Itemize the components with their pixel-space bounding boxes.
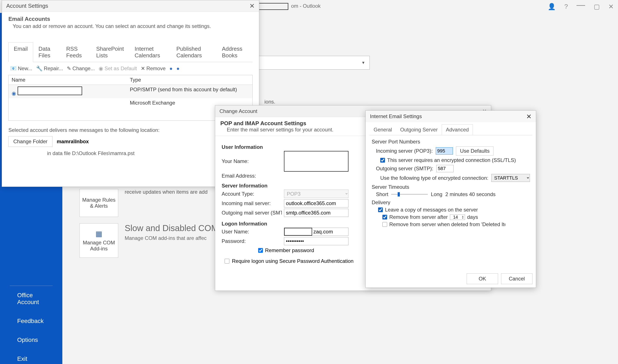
move-down-button[interactable]: ● (177, 65, 180, 72)
days-label: days (467, 214, 478, 220)
dialog-title: Account Settings (6, 3, 48, 9)
remember-password-label: Remember password (265, 247, 314, 253)
server-ports-label: Server Port Numbers (372, 139, 530, 145)
move-up-button[interactable]: ● (169, 65, 173, 72)
account-name-redacted (18, 87, 82, 95)
password-label: Password: (222, 238, 282, 244)
table-row[interactable]: ◉ POP/SMTP (send from this account by de… (9, 85, 252, 98)
tab-sharepoint[interactable]: SharePoint Lists (91, 42, 129, 62)
col-header-name: Name (9, 75, 127, 85)
remove-deleted-checkbox[interactable] (382, 222, 387, 227)
incoming-server-label: Incoming mail server: (222, 200, 282, 206)
slider-thumb[interactable] (398, 192, 400, 196)
remember-password-checkbox[interactable] (258, 248, 263, 253)
sidebar-options[interactable]: Options (0, 330, 62, 349)
incoming-port-input[interactable] (436, 147, 453, 155)
remove-days-input[interactable] (450, 215, 461, 220)
maximize-icon[interactable]: ▢ (594, 3, 600, 10)
email-accounts-heading: Email Accounts (8, 16, 253, 22)
outgoing-server-label: Outgoing mail server (SMTP): (222, 210, 282, 216)
user-name-redacted (284, 228, 312, 235)
enc-type-label: Use the following type of encrypted conn… (380, 175, 488, 181)
tab-outgoing-server[interactable]: Outgoing Server (396, 124, 442, 135)
sidebar-feedback[interactable]: Feedback (0, 312, 62, 330)
coming-soon-icon[interactable]: 👤 (548, 3, 556, 10)
spa-label: Require logon using Secure Password Auth… (232, 258, 354, 264)
email-label: Email Address: (222, 173, 282, 179)
timeout-value: 2 minutes 40 seconds (445, 191, 495, 197)
close-icon[interactable]: ✕ (526, 113, 532, 120)
tab-advanced[interactable]: Advanced (442, 124, 473, 135)
truncated-text: ions. (264, 99, 275, 105)
change-folder-button[interactable]: Change Folder (8, 136, 53, 147)
tab-published-cal[interactable]: Published Calendars (171, 42, 217, 62)
dialog-title: Change Account (220, 108, 257, 114)
close-window-icon[interactable]: ✕ (608, 3, 614, 10)
close-icon[interactable]: ✕ (249, 2, 255, 10)
user-name-label: User Name: (222, 229, 282, 235)
remove-after-checkbox[interactable] (382, 215, 387, 220)
ssl-label: This server requires an encrypted connec… (387, 157, 516, 163)
spa-checkbox[interactable] (225, 259, 229, 263)
manage-rules-tile[interactable]: Manage Rules & Alerts (80, 189, 118, 217)
email-accounts-sub: You can add or remove an account. You ca… (8, 22, 253, 29)
remove-after-label: Remove from server after (389, 214, 448, 220)
cancel-button[interactable]: Cancel (501, 273, 533, 284)
password-input[interactable] (284, 237, 348, 245)
manage-com-addins-tile[interactable]: ▦ Manage COM Add-ins (80, 223, 118, 258)
internet-email-settings-dialog: Internet Email Settings ✕ General Outgoi… (365, 110, 536, 288)
enc-type-select[interactable]: STARTTLS (491, 174, 530, 182)
tab-data-files[interactable]: Data Files (33, 42, 61, 62)
ssl-checkbox[interactable] (380, 158, 385, 163)
your-name-label: Your Name: (222, 158, 282, 164)
incoming-port-label: Incoming server (POP3): (376, 148, 433, 154)
tab-general[interactable]: General (370, 124, 396, 135)
slow-heading: Slow and Disabled COM (125, 223, 218, 233)
timeouts-label: Server Timeouts (372, 184, 530, 190)
sidebar-office-account[interactable]: Office Account (0, 286, 62, 312)
account-tabs: Email Data Files RSS Feeds SharePoint Li… (8, 42, 253, 62)
account-type-select: POP3 (284, 190, 348, 198)
outgoing-port-input[interactable] (436, 165, 453, 172)
remove-deleted-label: Remove from server when deleted from 'De… (389, 221, 505, 227)
rules-desc: receive updates when items are add (125, 189, 208, 195)
outgoing-port-label: Outgoing server (SMTP): (376, 166, 433, 172)
short-label: Short (376, 191, 388, 197)
minimize-icon[interactable]: — (577, 0, 585, 10)
tab-internet-cal[interactable]: Internet Calendars (129, 42, 171, 62)
leave-copy-label: Leave a copy of messages on the server (385, 207, 478, 213)
incoming-server-input[interactable] (284, 199, 348, 208)
ok-button[interactable]: OK (467, 273, 498, 284)
dialog-title: Internet Email Settings (370, 113, 422, 119)
sidebar-exit[interactable]: Exit (0, 349, 62, 364)
account-toolbar: 📧 New... 🔧 Repair... ✎ Change... ◉ Set a… (8, 62, 253, 75)
repair-account-button[interactable]: 🔧 Repair... (36, 65, 63, 72)
long-label: Long (431, 191, 442, 197)
addins-icon: ▦ (96, 229, 102, 238)
set-default-button: ◉ Set as Default (99, 65, 137, 72)
chevron-down-icon: ▼ (361, 61, 365, 65)
new-account-button[interactable]: 📧 New... (10, 65, 32, 72)
account-type-label: Account Type: (222, 191, 282, 197)
your-name-field[interactable] (284, 151, 348, 172)
tab-rss[interactable]: RSS Feeds (61, 42, 91, 62)
leave-copy-checkbox[interactable] (378, 208, 383, 212)
tab-email[interactable]: Email (8, 42, 33, 62)
change-account-button[interactable]: ✎ Change... (67, 65, 95, 72)
delivery-label: Delivery (372, 199, 530, 205)
slow-desc: Manage COM add-ins that are affec (125, 235, 218, 241)
tab-address-books[interactable]: Address Books (217, 42, 253, 62)
col-header-type: Type (127, 75, 252, 85)
remove-account-button[interactable]: ✕ Remove (141, 65, 165, 72)
help-icon[interactable]: ? (564, 3, 568, 10)
timeout-slider[interactable] (391, 194, 428, 195)
user-name-suffix: zaq.com (312, 229, 334, 235)
folder-name: mamra\Inbox (57, 139, 89, 144)
remove-days-spinner[interactable]: ▲▼ (450, 215, 465, 220)
use-defaults-button[interactable]: Use Defaults (456, 146, 494, 156)
outgoing-server-input[interactable] (284, 209, 348, 217)
